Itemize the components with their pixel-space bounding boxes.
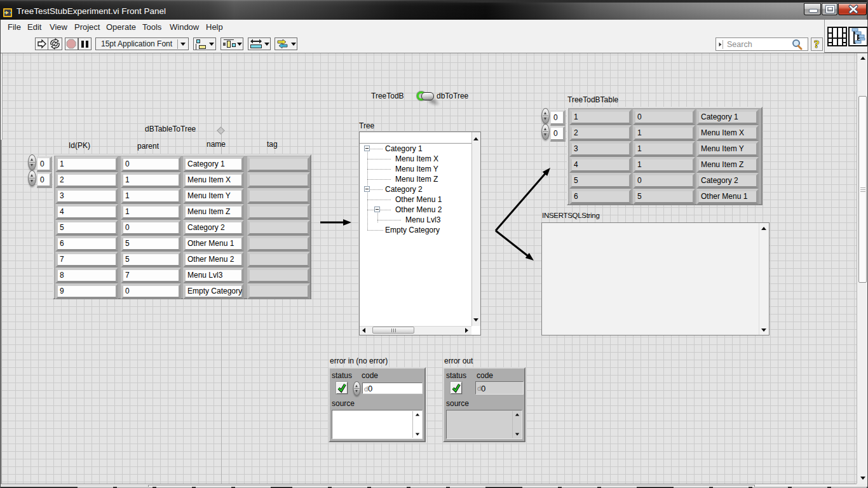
svg-text:?: ?	[814, 38, 820, 50]
